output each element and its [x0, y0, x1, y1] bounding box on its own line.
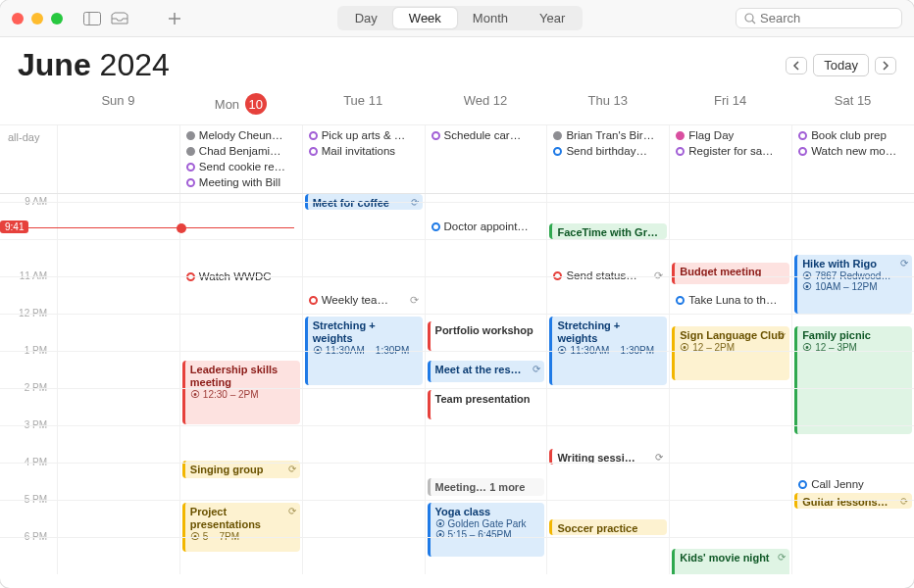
day-header: Sat 15: [791, 89, 914, 119]
day-column-thu[interactable]: FaceTime with Gr…Send status…⟳Stretching…: [546, 194, 669, 574]
month-year-title: June 2024: [18, 47, 170, 83]
allday-label: all-day: [0, 125, 57, 193]
allday-fri[interactable]: Flag DayRegister for sa…: [669, 125, 791, 193]
allday-section: all-day Melody Cheun…Chad Benjami…Send c…: [0, 124, 914, 194]
allday-sat[interactable]: Book club prepWatch new mo…: [791, 125, 914, 193]
calendar-event[interactable]: Project presentations⦿ 5 – 7PM⟳: [182, 503, 300, 552]
calendar-event[interactable]: Yoga class⦿ Golden Gate Park⦿ 5:15 – 6:4…: [428, 503, 545, 557]
svg-line-5: [752, 21, 755, 24]
close-window-button[interactable]: [12, 13, 24, 24]
calendar-event[interactable]: Kids' movie night⟳: [672, 549, 789, 574]
view-year[interactable]: Year: [524, 8, 581, 28]
week-grid: 9 AM11 AM12 PM1 PM2 PM3 PM4 PM5 PM6 PM W…: [0, 194, 914, 574]
view-day[interactable]: Day: [339, 8, 393, 28]
calendar-event[interactable]: Weekly tea…⟳: [305, 292, 423, 308]
day-column-fri[interactable]: Budget meetingTake Luna to th…Sign Langu…: [669, 194, 791, 574]
hour-gutter: 9 AM11 AM12 PM1 PM2 PM3 PM4 PM5 PM6 PM: [0, 194, 57, 574]
today-button[interactable]: Today: [813, 54, 869, 76]
day-column-mon[interactable]: Watch WWDCLeadership skills meeting⦿ 12:…: [179, 194, 302, 574]
calendar-event[interactable]: Hike with Rigo⦿ 7867 Redwood…⦿ 10AM – 12…: [794, 255, 912, 314]
allday-event[interactable]: Mail invitations: [305, 144, 423, 158]
titlebar: Day Week Month Year: [0, 0, 914, 37]
calendar-event[interactable]: Send status…⟳: [549, 268, 667, 283]
calendar-event[interactable]: Meeting… 1 more: [428, 478, 545, 496]
view-segmented-control: Day Week Month Year: [337, 6, 584, 30]
calendar-event[interactable]: FaceTime with Gr…: [549, 223, 667, 239]
add-event-icon[interactable]: [165, 9, 184, 28]
calendar-event[interactable]: Take Luna to th…: [672, 292, 789, 308]
allday-event[interactable]: Schedule car…: [428, 128, 545, 142]
day-column-wed[interactable]: Doctor appoint…Portfolio workshopMeet at…: [425, 194, 547, 574]
allday-sun[interactable]: [57, 125, 179, 193]
allday-event[interactable]: Meeting with Bill: [182, 175, 300, 189]
calendar-event[interactable]: Leadership skills meeting⦿ 12:30 – 2PM: [182, 361, 300, 424]
day-headers: Sun 9 Mon 10 Tue 11 Wed 12 Thu 13 Fri 14…: [0, 89, 914, 124]
day-header: Sun 9: [57, 89, 179, 119]
search-field[interactable]: [736, 8, 902, 28]
calendar-event[interactable]: Budget meeting: [672, 263, 789, 284]
allday-event[interactable]: Book club prep: [794, 128, 912, 142]
next-week-button[interactable]: [875, 57, 896, 74]
allday-event[interactable]: Brian Tran's Bir…: [549, 128, 667, 142]
search-icon: [744, 13, 756, 24]
zoom-window-button[interactable]: [51, 13, 63, 24]
calendar-event[interactable]: Call Jenny: [794, 476, 912, 492]
allday-event[interactable]: Watch new mo…: [794, 144, 912, 158]
day-header-today: Mon 10: [179, 89, 302, 119]
day-column-sun[interactable]: [57, 194, 179, 574]
calendar-event[interactable]: Sign Language Club⦿ 12 – 2PM⟳: [672, 326, 789, 380]
day-column-sat[interactable]: Hike with Rigo⦿ 7867 Redwood…⦿ 10AM – 12…: [791, 194, 914, 574]
svg-point-4: [745, 14, 753, 22]
calendar-event[interactable]: Doctor appoint…: [428, 219, 545, 234]
search-input[interactable]: [760, 11, 893, 25]
view-month[interactable]: Month: [457, 8, 524, 28]
view-week[interactable]: Week: [393, 8, 457, 28]
sidebar-toggle-icon[interactable]: [82, 9, 102, 28]
day-header: Fri 14: [669, 89, 791, 119]
svg-rect-0: [84, 12, 101, 24]
inbox-icon[interactable]: [110, 9, 129, 28]
calendar-event[interactable]: Family picnic⦿ 12 – 3PM: [794, 326, 912, 434]
week-nav: Today: [786, 54, 896, 76]
allday-event[interactable]: Register for sa…: [672, 144, 789, 158]
allday-event[interactable]: Chad Benjami…: [182, 144, 300, 158]
window-controls: [12, 13, 75, 24]
day-header: Thu 13: [546, 89, 669, 119]
prev-week-button[interactable]: [786, 57, 807, 74]
allday-thu[interactable]: Brian Tran's Bir…Send birthday…: [546, 125, 669, 193]
allday-wed[interactable]: Schedule car…: [425, 125, 547, 193]
allday-event[interactable]: Send cookie re…: [182, 160, 300, 173]
allday-tue[interactable]: Pick up arts & …Mail invitations: [302, 125, 425, 193]
calendar-event[interactable]: Team presentation: [428, 390, 545, 419]
calendar-event[interactable]: Meet at the res…⟳: [428, 361, 545, 382]
calendar-event[interactable]: Portfolio workshop: [428, 321, 545, 351]
allday-event[interactable]: Flag Day: [672, 128, 789, 142]
calendar-event[interactable]: Soccer practice: [549, 519, 667, 535]
minimize-window-button[interactable]: [31, 13, 43, 24]
day-column-tue[interactable]: Meet for coffee⟳Weekly tea…⟳Stretching +…: [302, 194, 425, 574]
allday-mon[interactable]: Melody Cheun…Chad Benjami…Send cookie re…: [179, 125, 302, 193]
allday-event[interactable]: Pick up arts & …: [305, 128, 423, 142]
calendar-header: June 2024 Today: [0, 37, 914, 89]
day-header: Wed 12: [425, 89, 547, 119]
day-header: Tue 11: [302, 89, 425, 119]
calendar-event[interactable]: Guitar lessons…⟳: [794, 493, 912, 509]
allday-event[interactable]: Melody Cheun…: [182, 128, 300, 142]
allday-event[interactable]: Send birthday…: [549, 144, 667, 158]
now-indicator: 9:41: [0, 227, 294, 228]
